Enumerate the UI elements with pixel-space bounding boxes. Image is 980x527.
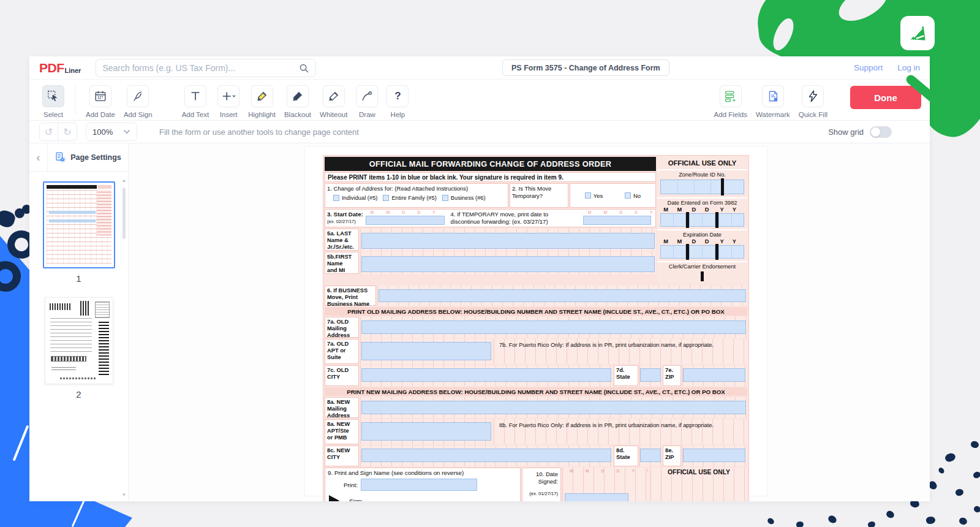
blackout-brush-icon[interactable] [287, 85, 309, 107]
old-apt-field[interactable] [361, 342, 491, 360]
tool-whiteout[interactable]: Whiteout [320, 85, 347, 118]
help-icon[interactable]: ? [386, 85, 409, 107]
search-input[interactable] [102, 63, 298, 73]
header-links: Support Log in [854, 63, 920, 72]
pdfliner-logo[interactable]: PDF Liner [39, 61, 81, 75]
old-mailing-address-field[interactable] [361, 320, 746, 334]
date-entered-yy-field[interactable] [718, 213, 744, 227]
zone-route-label: Zone/Route ID No. [657, 170, 747, 178]
tool-add-sign[interactable]: Add Sign [124, 85, 153, 118]
tool-add-date[interactable]: Add Date [86, 85, 115, 118]
old-state-field[interactable] [640, 368, 661, 382]
done-button[interactable]: Done [850, 86, 921, 109]
print-name-field[interactable] [361, 479, 477, 491]
new-apt-field[interactable] [361, 422, 491, 441]
tool-blackout[interactable]: Blackout [284, 85, 311, 118]
checkbox-business[interactable] [442, 195, 448, 201]
checkbox-no[interactable] [625, 192, 631, 199]
discontinue-date-field[interactable] [583, 216, 651, 225]
new-mailing-address-field[interactable] [361, 401, 746, 414]
start-date-field[interactable] [366, 216, 445, 225]
add-fields-icon[interactable] [720, 85, 742, 107]
app-header: PDF Liner PS Form 3575 - Change of Addre… [29, 56, 930, 80]
pdfliner-app-logo-tile [900, 16, 935, 50]
checkbox-yes[interactable] [585, 192, 591, 199]
thumb1-body [47, 190, 111, 264]
new-city-field[interactable] [361, 449, 611, 462]
page-thumbnail-2[interactable] [45, 297, 113, 384]
show-grid-toggle[interactable] [870, 126, 892, 138]
watermark-icon[interactable] [762, 85, 784, 107]
highlight-brush-icon[interactable] [251, 85, 273, 107]
last-name-field[interactable] [361, 233, 655, 249]
tool-select[interactable]: Select [42, 85, 64, 118]
tool-add-fields[interactable]: Add Fields [714, 85, 747, 118]
tool-watermark[interactable]: Watermark [756, 85, 790, 118]
item7e-label: 7e. ZIP [663, 365, 681, 386]
form-row-3-4: 3. Start Date:(ex. 02/27/17) M M D D Y Y… [325, 209, 656, 227]
no-label: No [633, 192, 641, 199]
item7d-label: 7d. State [614, 365, 638, 386]
login-link[interactable]: Log in [897, 63, 920, 72]
tool-quick-fill[interactable]: Quick Fill [799, 85, 827, 118]
start-date-zone: M M D D Y Y [366, 211, 447, 226]
official-use-column: OFFICIAL USE ONLY Zone/Route ID No. Date… [657, 157, 747, 284]
zoom-value: 100% [92, 127, 113, 137]
tool-insert[interactable]: Insert [217, 85, 239, 118]
page-settings-button[interactable]: Page Settings [48, 143, 128, 171]
sidebar-scrollbar[interactable]: ▲ ▼ [121, 178, 127, 498]
business-name-field[interactable] [379, 289, 746, 302]
old-address-banner: PRINT OLD MAILING ADDRESS BELOW: HOUSE/B… [325, 307, 747, 316]
date-signed-field[interactable] [565, 493, 628, 501]
expiration-mm-field[interactable] [660, 245, 686, 259]
form-row-6: 6. If BUSINESS Move, Print Business Name [325, 286, 747, 306]
date-entered-mm-field[interactable] [660, 213, 686, 227]
scrollbar-thumb[interactable] [123, 188, 126, 239]
search-box[interactable] [96, 59, 316, 77]
item2-yesno-box: Yes No [570, 183, 656, 208]
signature-pen-icon[interactable] [127, 85, 149, 107]
scroll-down-icon[interactable]: ▼ [122, 492, 127, 498]
expiration-dd-field[interactable] [689, 245, 715, 259]
undo-button[interactable]: ↺ [39, 123, 58, 141]
redo-button[interactable]: ↻ [58, 123, 77, 141]
document-canvas[interactable]: OFFICIAL MAIL FORWARDING CHANGE OF ADDRE… [129, 143, 930, 501]
discontinue-date-zone: M M D D Y Y [583, 211, 654, 226]
expiration-yy-field[interactable] [718, 245, 744, 259]
tool-help[interactable]: ? Help [386, 85, 409, 118]
tool-draw[interactable]: Draw [356, 85, 378, 118]
undo-icon: ↺ [45, 126, 53, 138]
clerk-label: Clerk/Carrier Endorsement [657, 262, 747, 270]
plus-icon[interactable] [217, 85, 239, 107]
page-thumbnail-1[interactable] [43, 181, 115, 268]
sub-toolbar: ↺ ↻ 100% Fill the form or use another to… [29, 121, 930, 143]
support-link[interactable]: Support [854, 63, 883, 72]
tool-add-text[interactable]: Add Text [182, 85, 209, 118]
calendar-icon[interactable] [89, 85, 111, 107]
first-name-field[interactable] [361, 256, 655, 272]
old-zip-field[interactable] [683, 368, 745, 382]
item9-box: 9. Print and Sign Name (see conditions o… [325, 468, 521, 501]
new-state-field[interactable] [640, 449, 661, 462]
checkbox-individual[interactable] [333, 195, 339, 201]
scroll-up-icon[interactable]: ▲ [122, 178, 127, 183]
date-signed-zone: M M D D Y Y [562, 468, 649, 501]
old-city-field[interactable] [361, 368, 611, 382]
app-body: ‹ Page Settings [29, 143, 930, 501]
zoom-select[interactable]: 100% [86, 123, 137, 141]
checkbox-entire-family-label: Entire Family (#5) [391, 195, 436, 201]
page-thumbnails: 1 2 [29, 172, 128, 501]
select-icon[interactable] [42, 85, 64, 107]
whiteout-brush-icon[interactable] [323, 85, 345, 107]
new-zip-field[interactable] [683, 449, 745, 462]
search-icon[interactable] [298, 63, 309, 74]
collapse-sidebar-button[interactable]: ‹ [29, 143, 48, 171]
date-entered-dd-field[interactable] [689, 213, 715, 227]
tool-highlight[interactable]: Highlight [248, 85, 276, 118]
zone-route-field[interactable] [660, 180, 744, 194]
item7a2-label: 7a. OLD APT or Suite [325, 339, 359, 364]
checkbox-entire-family[interactable] [383, 195, 389, 201]
text-icon[interactable] [184, 85, 206, 107]
lightning-icon[interactable] [802, 85, 824, 107]
draw-pen-icon[interactable] [356, 85, 378, 107]
